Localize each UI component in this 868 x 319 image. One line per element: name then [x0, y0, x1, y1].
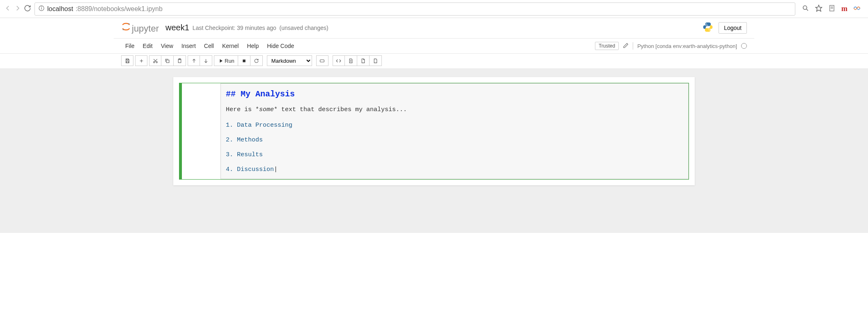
add-cell-button[interactable]	[135, 55, 147, 66]
interrupt-button[interactable]	[238, 55, 250, 66]
kernel-name[interactable]: Python [conda env:earth-analytics-python…	[637, 43, 737, 49]
cell-editor[interactable]: ## My Analysis Here is *some* text that …	[220, 83, 689, 179]
code-toggle-button[interactable]	[333, 55, 345, 66]
forward-icon[interactable]	[14, 5, 21, 13]
text-cursor: |	[274, 165, 278, 175]
svg-point-9	[129, 23, 130, 24]
md-text-post: * text that describes my analysis...	[274, 106, 407, 113]
menu-view[interactable]: View	[157, 41, 177, 51]
menu-file[interactable]: File	[121, 41, 139, 51]
menu-cell[interactable]: Cell	[200, 41, 218, 51]
save-button[interactable]	[121, 55, 133, 66]
svg-rect-21	[166, 60, 169, 63]
edit-icon[interactable]	[623, 43, 629, 50]
url-path: :8889/notebooks/week1.ipynb	[76, 5, 163, 13]
svg-point-3	[803, 6, 807, 9]
back-icon[interactable]	[4, 5, 11, 13]
md-paragraph: Here is *some* text that describes my an…	[226, 105, 683, 115]
menu-bar: File Edit View Insert Cell Kernel Help H…	[114, 39, 754, 53]
menu-insert[interactable]: Insert	[177, 41, 200, 51]
list-item: 1. Data Processing	[226, 121, 683, 130]
list-item-text: 4. Discussion	[226, 166, 274, 173]
browser-toolbar: localhost:8889/notebooks/week1.ipynb m	[0, 0, 868, 18]
cell-type-select[interactable]: Markdown	[267, 55, 312, 66]
logout-button[interactable]: Logout	[719, 22, 747, 34]
svg-point-12	[709, 30, 710, 31]
svg-rect-14	[126, 61, 128, 63]
unsaved-changes: (unsaved changes)	[280, 25, 328, 31]
list-item: 4. Discussion |	[226, 165, 683, 175]
pdf-button[interactable]	[357, 55, 370, 66]
nav-buttons	[4, 5, 31, 13]
markdown-cell[interactable]: ## My Analysis Here is *some* text that …	[179, 83, 689, 180]
svg-rect-27	[320, 59, 324, 62]
notebook-area: ## My Analysis Here is *some* text that …	[0, 69, 868, 233]
cell-prompt	[179, 83, 220, 179]
paste-button[interactable]	[174, 55, 186, 66]
star-icon[interactable]	[815, 5, 822, 13]
new-file-button[interactable]	[370, 55, 382, 66]
address-bar[interactable]: localhost:8889/notebooks/week1.ipynb	[34, 2, 795, 16]
extension-shape-icon[interactable]	[853, 5, 861, 13]
move-up-button[interactable]	[188, 55, 200, 66]
copy-button[interactable]	[161, 55, 174, 66]
svg-point-10	[123, 29, 124, 30]
separator	[633, 42, 633, 50]
list-item: 3. Results	[226, 150, 683, 160]
python-logo-icon	[702, 21, 714, 34]
md-list: 1. Data Processing 2. Methods 3. Results…	[226, 121, 683, 175]
restart-button[interactable]	[250, 55, 263, 66]
run-button[interactable]: Run	[214, 55, 238, 66]
jupyter-logo-text: jupyter	[132, 23, 159, 34]
svg-point-11	[706, 23, 707, 24]
menu-kernel[interactable]: Kernel	[218, 41, 243, 51]
list-item: 2. Methods	[226, 135, 683, 145]
jupyter-logo[interactable]: jupyter	[121, 22, 159, 34]
browser-right-icons: m	[802, 5, 864, 13]
notebook-name[interactable]: week1	[165, 23, 189, 32]
menu-right: Trusted Python [conda env:earth-analytic…	[595, 42, 747, 50]
md-heading: ## My Analysis	[226, 88, 683, 101]
header-right: Logout	[702, 21, 747, 34]
extension-m-icon[interactable]: m	[841, 5, 847, 13]
md-text-pre: Here is *	[226, 106, 259, 113]
info-icon	[38, 5, 45, 13]
move-down-button[interactable]	[200, 55, 212, 66]
svg-rect-13	[126, 59, 128, 60]
menu-edit[interactable]: Edit	[139, 41, 157, 51]
md-text-em: some	[259, 106, 274, 113]
svg-point-2	[41, 7, 42, 7]
command-palette-button[interactable]	[316, 55, 328, 66]
toolbar: Run Markdown	[114, 54, 754, 68]
notebook-header: jupyter week1 Last Checkpoint: 39 minute…	[114, 18, 754, 39]
svg-rect-26	[243, 59, 246, 62]
notebook-container: ## My Analysis Here is *some* text that …	[173, 77, 695, 185]
page-icon[interactable]	[828, 5, 836, 13]
run-label: Run	[225, 58, 234, 64]
cut-button[interactable]	[149, 55, 161, 66]
kernel-indicator-icon	[741, 43, 747, 49]
zoom-icon[interactable]	[802, 5, 809, 13]
checkpoint-text: Last Checkpoint: 39 minutes ago (unsaved…	[193, 25, 328, 31]
menu-hide-code[interactable]: Hide Code	[263, 41, 298, 51]
url-host: localhost	[47, 5, 73, 13]
checkpoint-time: Last Checkpoint: 39 minutes ago	[193, 25, 276, 31]
reload-icon[interactable]	[24, 5, 31, 13]
trusted-badge[interactable]: Trusted	[595, 42, 619, 50]
menu-help[interactable]: Help	[243, 41, 263, 51]
document-button[interactable]	[345, 55, 357, 66]
svg-line-4	[806, 9, 808, 11]
svg-marker-5	[816, 5, 822, 11]
jupyter-logo-icon	[121, 22, 131, 32]
